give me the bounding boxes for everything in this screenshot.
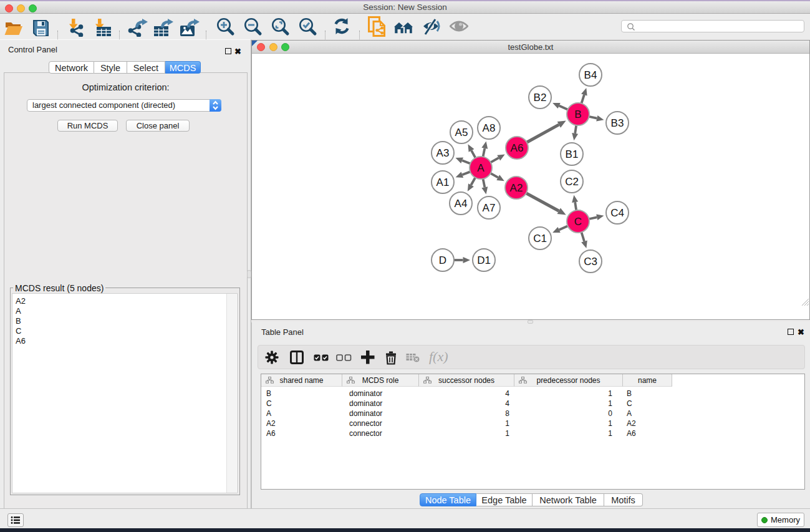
svg-text:A4: A4 [455,198,468,210]
svg-text:A3: A3 [436,147,450,159]
svg-text:C3: C3 [584,256,597,268]
svg-text:A5: A5 [455,127,468,138]
svg-text:C: C [574,216,582,228]
svg-text:A8: A8 [483,122,496,134]
svg-text:B: B [574,109,581,120]
svg-text:C2: C2 [565,176,579,188]
svg-text:B4: B4 [584,69,597,81]
svg-text:D1: D1 [477,254,491,266]
svg-text:B1: B1 [566,148,579,160]
svg-text:D: D [439,254,446,266]
svg-text:A7: A7 [483,202,496,214]
svg-text:B2: B2 [534,92,547,104]
svg-text:A6: A6 [511,142,524,154]
svg-text:A2: A2 [510,182,523,194]
svg-text:A1: A1 [436,177,450,188]
svg-text:B3: B3 [611,117,624,129]
svg-text:A: A [477,162,485,174]
svg-text:C1: C1 [533,233,547,244]
svg-text:C4: C4 [610,207,624,219]
